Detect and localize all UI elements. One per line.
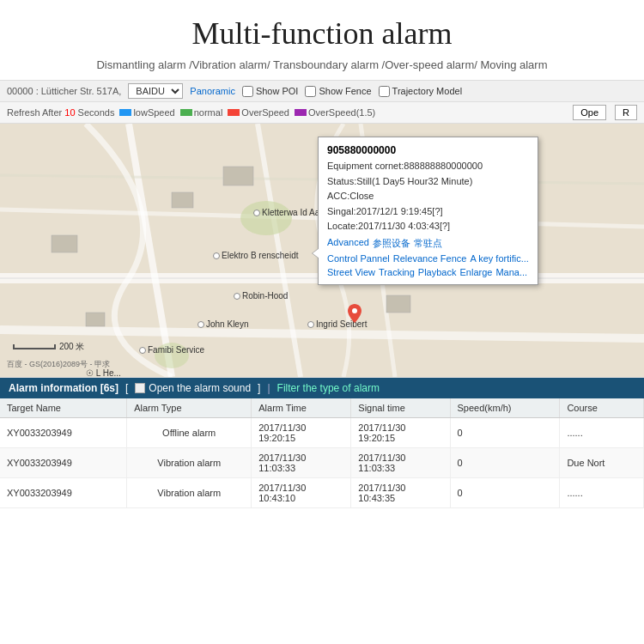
trajectory-label[interactable]: Trajectory Model <box>379 86 463 97</box>
cell-signal-time: 2017/11/3019:20:15 <box>351 418 450 448</box>
overspeed-label: OverSpeed <box>241 107 289 118</box>
map-select[interactable]: BAIDU <box>128 83 183 99</box>
map-container[interactable]: Kletterwa Id Aachen Elektro B renscheidt… <box>0 124 644 377</box>
popup-links-3: Street View Tracking Playback Enlarge Ma… <box>327 267 529 277</box>
popup-links-2: Control Pannel Relevance Fence A key for… <box>327 253 529 264</box>
trajectory-checkbox[interactable] <box>379 86 390 97</box>
lowspeed-color-swatch <box>119 109 131 116</box>
normal-color-swatch <box>180 109 192 116</box>
alarm-header: Alarm information [6s] [ Open the alarm … <box>0 378 644 398</box>
alarm-header-title: Alarm information [6s] <box>9 382 118 394</box>
alarm-panel: Alarm information [6s] [ Open the alarm … <box>0 377 644 508</box>
alarm-bracket: [ <box>125 382 128 394</box>
legend-overspeed15: OverSpeed(1.5) <box>295 107 375 118</box>
panoramic-link[interactable]: Panoramic <box>190 86 235 96</box>
open-button[interactable]: Ope <box>573 105 606 120</box>
toolbar-address: 00000 : Lütticher Str. 517A, <box>7 86 121 96</box>
cell-alarm-type: Offline alarm <box>127 418 252 448</box>
alarm-table: Target Name Alarm Type Alarm Time Signal… <box>0 398 644 508</box>
legend-lowspeed: lowSpeed <box>119 107 174 118</box>
svg-rect-15 <box>386 295 410 313</box>
popup-link-playback[interactable]: Playback <box>418 267 457 277</box>
place-john-kleyn: John Kleyn <box>197 319 248 329</box>
cell-course: ...... <box>560 478 644 508</box>
lowspeed-label: lowSpeed <box>133 107 174 118</box>
popup-link-tracking[interactable]: Tracking <box>379 267 415 277</box>
overspeed15-label: OverSpeed(1.5) <box>308 107 375 118</box>
alarm-table-row: XY0033203949 Vibration alarm 2017/11/301… <box>0 448 644 478</box>
alarm-bracket-close: ] <box>258 382 260 394</box>
map-popup: 905880000000 Equipment cornet:8888888800… <box>318 137 538 285</box>
cell-alarm-type: Vibration alarm <box>127 478 252 508</box>
svg-rect-12 <box>52 235 77 252</box>
legend-normal: normal <box>180 107 223 118</box>
map-credit: 百度 - GS(2016)2089号 - 甲求 <box>0 359 117 370</box>
scale-bar: 200 米 <box>13 341 84 353</box>
col-course: Course <box>560 398 644 418</box>
scale-label: 200 米 <box>59 341 84 353</box>
popup-link-relevance[interactable]: Relevance Fence <box>393 253 467 264</box>
svg-point-17 <box>352 308 357 313</box>
alarm-table-row: XY0033203949 Vibration alarm 2017/11/301… <box>0 478 644 508</box>
cell-target: XY0033203949 <box>0 478 127 508</box>
show-fence-label[interactable]: Show Fence <box>305 86 371 97</box>
overspeed15-color-swatch <box>295 109 307 116</box>
cell-course: Due Nort <box>560 448 644 478</box>
popup-link-control[interactable]: Control Pannel <box>327 253 390 264</box>
alarm-filter-link[interactable]: Filter the type of alarm <box>277 382 380 394</box>
overspeed-color-swatch <box>228 109 240 116</box>
speed-legend: Refresh After 10 Seconds lowSpeed normal… <box>0 102 644 124</box>
cell-target: XY0033203949 <box>0 418 127 448</box>
legend-overspeed: OverSpeed <box>228 107 289 118</box>
popup-link-streetview[interactable]: Street View <box>327 267 375 277</box>
map-pin-marker <box>348 304 361 326</box>
popup-equipment: Equipment cornet:888888880000000 <box>327 159 529 173</box>
cell-course: ...... <box>560 418 644 448</box>
svg-rect-13 <box>172 192 193 208</box>
page-title: Multi-function alarm <box>17 15 627 52</box>
popup-link-keyforifc[interactable]: A key fortific... <box>470 253 528 264</box>
col-alarm-type: Alarm Type <box>127 398 252 418</box>
cell-alarm-time: 2017/11/3019:20:15 <box>252 418 351 448</box>
cell-signal-time: 2017/11/3010:43:35 <box>351 478 450 508</box>
popup-signal: Singal:2017/12/1 9:19:45[?] <box>327 204 529 219</box>
cell-target: XY0033203949 <box>0 448 127 478</box>
cell-speed: 0 <box>450 418 560 448</box>
cell-speed: 0 <box>450 478 560 508</box>
show-fence-checkbox[interactable] <box>305 86 316 97</box>
cell-alarm-time: 2017/11/3010:43:10 <box>252 478 351 508</box>
col-target-name: Target Name <box>0 398 127 418</box>
popup-status: Status:Still(1 Day5 Hour32 Minute) <box>327 174 529 189</box>
col-signal-time: Signal time <box>351 398 450 418</box>
header-section: Multi-function alarm Dismantling alarm /… <box>0 0 644 80</box>
col-alarm-time: Alarm Time <box>252 398 351 418</box>
svg-point-9 <box>240 201 292 235</box>
popup-link-changzhudian[interactable]: 常驻点 <box>414 237 442 250</box>
map-toolbar: 00000 : Lütticher Str. 517A, BAIDU Panor… <box>0 80 644 102</box>
popup-link-advanced[interactable]: Advanced <box>327 237 369 250</box>
place-famibi: Famibi Service <box>139 345 204 355</box>
popup-link-enlarge[interactable]: Enlarge <box>459 267 492 277</box>
refresh-number: 10 <box>64 107 75 118</box>
refresh-text: Refresh After 10 Seconds <box>7 107 114 118</box>
col-speed: Speed(km/h) <box>450 398 560 418</box>
popup-device-id: 905880000000 <box>327 144 529 156</box>
page-subtitle: Dismantling alarm /Vibration alarm/ Tran… <box>17 58 627 71</box>
cell-alarm-type: Vibration alarm <box>127 448 252 478</box>
show-poi-label[interactable]: Show POI <box>242 86 299 97</box>
cell-signal-time: 2017/11/3011:03:33 <box>351 448 450 478</box>
normal-label: normal <box>194 107 223 118</box>
alarm-table-header-row: Target Name Alarm Type Alarm Time Signal… <box>0 398 644 418</box>
r-button[interactable]: R <box>615 105 637 120</box>
alarm-sound-checkbox-icon <box>135 383 145 393</box>
popup-links: Advanced 参照设备 常驻点 <box>327 237 529 250</box>
show-poi-checkbox[interactable] <box>242 86 253 97</box>
cell-alarm-time: 2017/11/3011:03:33 <box>252 448 351 478</box>
alarm-sound-label: Open the alarm sound <box>149 382 251 394</box>
popup-link-mana[interactable]: Mana... <box>495 267 527 277</box>
popup-acc: ACC:Close <box>327 189 529 204</box>
popup-link-canzhaoshebi[interactable]: 参照设备 <box>373 237 410 250</box>
popup-locate: Locate:2017/11/30 4:03:43[?] <box>327 219 529 234</box>
alarm-sound-toggle[interactable]: Open the alarm sound <box>135 382 251 394</box>
svg-rect-14 <box>223 167 253 185</box>
